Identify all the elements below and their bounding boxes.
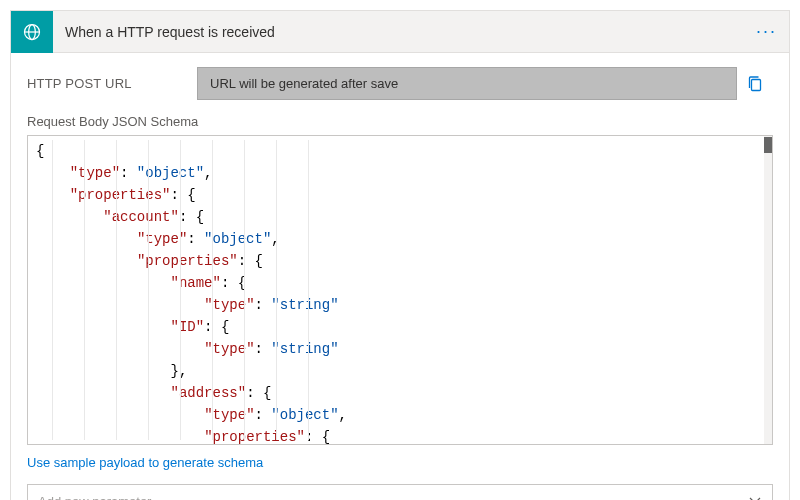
card-header[interactable]: When a HTTP request is received ··· xyxy=(11,11,789,53)
http-trigger-card: When a HTTP request is received ··· HTTP… xyxy=(10,10,790,500)
scrollbar-vertical[interactable] xyxy=(764,136,772,444)
card-body: HTTP POST URL URL will be generated afte… xyxy=(11,53,789,500)
add-parameter-dropdown[interactable]: Add new parameter xyxy=(27,484,773,500)
http-post-url-row: HTTP POST URL URL will be generated afte… xyxy=(27,67,773,100)
add-parameter-placeholder: Add new parameter xyxy=(38,494,748,501)
schema-code[interactable]: { "type": "object", "properties": { "acc… xyxy=(28,136,772,444)
chevron-down-icon xyxy=(748,493,762,501)
copy-icon xyxy=(747,75,763,93)
copy-url-button[interactable] xyxy=(737,75,773,93)
use-sample-payload-link[interactable]: Use sample payload to generate schema xyxy=(27,455,263,470)
svg-rect-3 xyxy=(752,79,761,90)
schema-textarea[interactable]: { "type": "object", "properties": { "acc… xyxy=(27,135,773,445)
card-title: When a HTTP request is received xyxy=(53,24,744,40)
http-post-url-value: URL will be generated after save xyxy=(197,67,737,100)
schema-label: Request Body JSON Schema xyxy=(27,114,773,129)
http-globe-icon xyxy=(11,11,53,53)
scrollbar-thumb[interactable] xyxy=(764,137,772,153)
more-options-button[interactable]: ··· xyxy=(744,21,789,42)
http-post-url-label: HTTP POST URL xyxy=(27,76,197,91)
